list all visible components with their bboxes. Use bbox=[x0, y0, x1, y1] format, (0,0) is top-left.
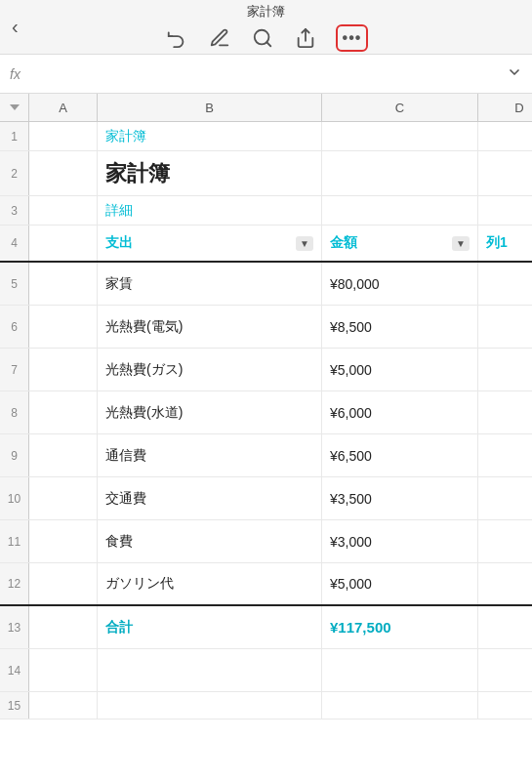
cell-10a[interactable] bbox=[29, 477, 98, 519]
cell-2b[interactable]: 家計簿 bbox=[98, 151, 322, 195]
table-row: 14 bbox=[0, 649, 532, 692]
row-number: 7 bbox=[0, 349, 29, 390]
more-button[interactable]: ••• bbox=[336, 24, 369, 52]
formula-bar: fx bbox=[0, 55, 532, 94]
toolbar-icons: ••• bbox=[164, 24, 369, 52]
cell-1c[interactable] bbox=[322, 122, 478, 150]
table-row: 1 家計簿 bbox=[0, 122, 532, 151]
cell-5c[interactable]: ¥80,000 bbox=[322, 263, 478, 305]
cell-11b[interactable]: 食費 bbox=[98, 520, 322, 562]
cell-13a[interactable] bbox=[29, 606, 98, 648]
col-header-b[interactable]: B bbox=[98, 94, 322, 121]
cell-3c[interactable] bbox=[322, 196, 478, 225]
cell-14c[interactable] bbox=[322, 649, 478, 691]
cell-1d[interactable] bbox=[478, 122, 532, 150]
filter-dropdown-icon-b[interactable]: ▼ bbox=[296, 236, 313, 251]
cell-6a[interactable] bbox=[29, 306, 98, 348]
cell-4c-filter[interactable]: 金額 ▼ bbox=[322, 226, 478, 261]
cell-5b[interactable]: 家賃 bbox=[98, 263, 322, 305]
undo-button[interactable] bbox=[164, 25, 189, 51]
cell-2a[interactable] bbox=[29, 151, 98, 195]
formula-input[interactable] bbox=[30, 66, 507, 82]
cell-14d[interactable] bbox=[478, 649, 532, 691]
cell-1b[interactable]: 家計簿 bbox=[98, 122, 322, 150]
cell-11a[interactable] bbox=[29, 520, 98, 562]
cell-8a[interactable] bbox=[29, 391, 98, 433]
row-number: 3 bbox=[0, 196, 29, 225]
pen-button[interactable] bbox=[207, 25, 232, 51]
col-d-header-label: 列1 bbox=[486, 234, 508, 252]
row-number: 12 bbox=[0, 563, 29, 604]
table-row: 5 家賃 ¥80,000 bbox=[0, 263, 532, 306]
cell-15b[interactable] bbox=[98, 692, 322, 719]
top-bar: ‹ 家計簿 bbox=[0, 0, 532, 55]
filter-dropdown-icon-c[interactable]: ▼ bbox=[452, 236, 470, 251]
cell-15a[interactable] bbox=[29, 692, 98, 719]
search-button[interactable] bbox=[250, 25, 275, 51]
cell-8b[interactable]: 光熱費(水道) bbox=[98, 391, 322, 433]
cell-15c[interactable] bbox=[322, 692, 478, 719]
more-icon: ••• bbox=[343, 29, 362, 47]
row-number: 1 bbox=[0, 122, 29, 150]
cell-9a[interactable] bbox=[29, 434, 98, 476]
col-header-d[interactable]: D bbox=[478, 94, 532, 121]
cell-14b[interactable] bbox=[98, 649, 322, 691]
col-b-header-label: 支出 bbox=[105, 234, 133, 252]
cell-13c-total-amount[interactable]: ¥117,500 bbox=[322, 606, 478, 648]
cell-2d[interactable] bbox=[478, 151, 532, 195]
cell-7a[interactable] bbox=[29, 349, 98, 390]
formula-expand-button[interactable] bbox=[507, 64, 522, 83]
cell-13d[interactable] bbox=[478, 606, 532, 648]
col-header-a[interactable]: A bbox=[29, 94, 98, 121]
row-number: 2 bbox=[0, 151, 29, 195]
cell-1a[interactable] bbox=[29, 122, 98, 150]
cell-10d[interactable] bbox=[478, 477, 532, 519]
table-row: 10 交通費 ¥3,500 bbox=[0, 477, 532, 520]
row-number: 4 bbox=[0, 226, 29, 261]
cell-6b[interactable]: 光熱費(電気) bbox=[98, 306, 322, 348]
cell-4b-filter[interactable]: 支出 ▼ bbox=[98, 226, 322, 261]
sort-triangle-icon bbox=[10, 104, 20, 110]
cell-3b[interactable]: 詳細 bbox=[98, 196, 322, 225]
cell-11d[interactable] bbox=[478, 520, 532, 562]
cell-9c[interactable]: ¥6,500 bbox=[322, 434, 478, 476]
cell-13b-total-label[interactable]: 合計 bbox=[98, 606, 322, 648]
table-row: 6 光熱費(電気) ¥8,500 bbox=[0, 306, 532, 349]
back-button[interactable]: ‹ bbox=[12, 16, 19, 38]
cell-2c[interactable] bbox=[322, 151, 478, 195]
cell-4d-filter[interactable]: 列1 bbox=[478, 226, 532, 261]
cell-11c[interactable]: ¥3,000 bbox=[322, 520, 478, 562]
cell-6c[interactable]: ¥8,500 bbox=[322, 306, 478, 348]
cell-8c[interactable]: ¥6,000 bbox=[322, 391, 478, 433]
row-number: 15 bbox=[0, 692, 29, 719]
cell-4a[interactable] bbox=[29, 226, 98, 261]
table-row: 7 光熱費(ガス) ¥5,000 bbox=[0, 349, 532, 391]
cell-7d[interactable] bbox=[478, 349, 532, 390]
table-row: 15 bbox=[0, 692, 532, 719]
cell-10b[interactable]: 交通費 bbox=[98, 477, 322, 519]
cell-9b[interactable]: 通信費 bbox=[98, 434, 322, 476]
cell-12d[interactable] bbox=[478, 563, 532, 604]
app-title: 家計簿 bbox=[247, 3, 285, 21]
row-number: 13 bbox=[0, 606, 29, 648]
cell-7c[interactable]: ¥5,000 bbox=[322, 349, 478, 390]
cell-7b[interactable]: 光熱費(ガス) bbox=[98, 349, 322, 390]
cell-3d[interactable] bbox=[478, 196, 532, 225]
cell-9d[interactable] bbox=[478, 434, 532, 476]
cell-5d[interactable] bbox=[478, 263, 532, 305]
cell-12c[interactable]: ¥5,000 bbox=[322, 563, 478, 604]
table-row: 12 ガソリン代 ¥5,000 bbox=[0, 563, 532, 606]
cell-12a[interactable] bbox=[29, 563, 98, 604]
cell-8d[interactable] bbox=[478, 391, 532, 433]
cell-10c[interactable]: ¥3,500 bbox=[322, 477, 478, 519]
column-header-row: A B C D bbox=[0, 94, 532, 122]
col-header-c[interactable]: C bbox=[322, 94, 478, 121]
cell-5a[interactable] bbox=[29, 263, 98, 305]
cell-14a[interactable] bbox=[29, 649, 98, 691]
share-button[interactable] bbox=[293, 25, 318, 51]
cell-3a[interactable] bbox=[29, 196, 98, 225]
cell-15d[interactable] bbox=[478, 692, 532, 719]
row-number: 11 bbox=[0, 520, 29, 562]
cell-12b[interactable]: ガソリン代 bbox=[98, 563, 322, 604]
cell-6d[interactable] bbox=[478, 306, 532, 348]
